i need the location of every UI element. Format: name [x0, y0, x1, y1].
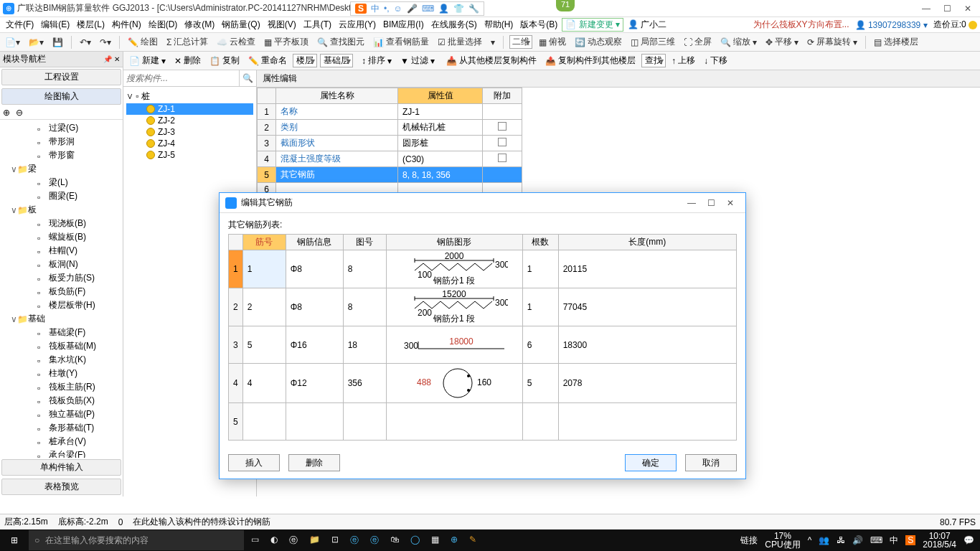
view-rebar-button[interactable]: 📊查看钢筋量 [371, 36, 431, 48]
tray-clock[interactable]: 10:072018/5/4 [923, 532, 956, 549]
menu-online[interactable]: 在线服务(S) [428, 19, 480, 31]
filter-button[interactable]: ▼过滤▾ [397, 55, 438, 67]
tree-node[interactable]: ▫承台梁(F) [0, 448, 123, 458]
close-button[interactable]: ✕ [964, 4, 971, 14]
user-label[interactable]: 👤 广小二 [625, 19, 669, 31]
section-preview[interactable]: 表格预览 [1, 479, 121, 495]
nav-tree[interactable]: ▫过梁(G)▫带形洞▫带形窗∨📁 梁▫梁(L)▫圈梁(E)∨📁 板▫现浇板(B)… [0, 120, 123, 458]
tree-node[interactable]: ▫独立基础(P) [0, 408, 123, 421]
tree-node[interactable]: ▫板受力筋(S) [0, 271, 123, 285]
dialog-close-button[interactable]: ✕ [721, 198, 740, 208]
taskbar-search[interactable]: ○ 在这里输入你要搜索的内容 [29, 530, 244, 550]
cancel-button[interactable]: 取消 [685, 454, 737, 471]
menu-edit[interactable]: 编辑(E) [38, 19, 72, 31]
select-floor-button[interactable]: ▤选择楼层 [872, 36, 920, 48]
app-icon-7[interactable]: ⊕ [451, 534, 458, 547]
draw-button[interactable]: ✏️绘图 [126, 36, 160, 48]
tree-node[interactable]: ▫圈梁(E) [0, 189, 123, 203]
tray-notif-icon[interactable]: 💬 [963, 535, 974, 545]
local3d-button[interactable]: ◫局部三维 [628, 36, 677, 48]
move-up-button[interactable]: ↑上移 [669, 55, 698, 67]
insert-button[interactable]: 插入 [228, 454, 280, 471]
topview-button[interactable]: ▦俯视 [537, 36, 568, 48]
pan-button[interactable]: ✥平移▾ [763, 36, 801, 48]
tree-node[interactable]: ▫带形窗 [0, 149, 123, 162]
rotate-button[interactable]: ⟳屏幕旋转▾ [805, 36, 859, 48]
minimize-button[interactable]: — [922, 4, 930, 14]
store-icon[interactable]: 🛍 [390, 534, 399, 547]
tree-node[interactable]: ▫板负筋(F) [0, 285, 123, 298]
menu-help[interactable]: 帮助(H) [481, 19, 517, 31]
section-project[interactable]: 工程设置 [1, 69, 121, 85]
property-table[interactable]: 属性名称属性值附加1名称ZJ-12类别机械钻孔桩3截面形状圆形桩4混凝土强度等级… [257, 88, 522, 197]
tray-vol-icon[interactable]: 🔊 [852, 535, 863, 545]
tree-node[interactable]: ▫桩承台(V) [0, 435, 123, 448]
tray-kb-icon[interactable]: ⌨ [870, 535, 882, 545]
copy-comp-button[interactable]: 📋复制 [207, 55, 242, 67]
section-draw[interactable]: 绘图输入 [1, 88, 121, 105]
menu-floor[interactable]: 楼层(L) [74, 19, 108, 31]
component-item[interactable]: ZJ-2 [126, 115, 253, 126]
phone-label[interactable]: 👤 13907298339 ▾ [855, 20, 928, 30]
floor-combo[interactable]: 楼层 [293, 54, 317, 67]
tree-node[interactable]: ∨📁 板 [0, 203, 123, 217]
dialog-min-button[interactable]: — [682, 198, 702, 208]
component-item[interactable]: ZJ-1 [126, 103, 253, 115]
menu-cloud[interactable]: 云应用(Y) [336, 19, 379, 31]
copy-to-button[interactable]: 📤复制构件到其他楼层 [542, 55, 639, 67]
view-mode-combo[interactable]: 二维 [509, 35, 532, 49]
tree-node[interactable]: ∨📁 基础 [0, 312, 123, 326]
component-item[interactable]: ZJ-4 [126, 138, 253, 149]
batch-select-button[interactable]: ☑批量选择 [435, 36, 484, 48]
tree-node[interactable]: ▫柱墩(Y) [0, 367, 123, 380]
sort-button[interactable]: ↕排序▾ [359, 55, 395, 67]
menu-view[interactable]: 视图(V) [265, 19, 299, 31]
save-icon[interactable]: 💾 [50, 37, 65, 47]
app-icon-5[interactable]: ◯ [410, 534, 420, 547]
menu-component[interactable]: 构件(N) [109, 19, 144, 31]
undo-icon[interactable]: ↶▾ [77, 37, 93, 47]
tree-node[interactable]: ▫筏板基础(M) [0, 339, 123, 353]
menu-rebar[interactable]: 钢筋量(Q) [219, 19, 263, 31]
menu-file[interactable]: 文件(F) [3, 19, 37, 31]
delete-comp-button[interactable]: ✕删除 [171, 55, 204, 67]
tree-node[interactable]: ▫板洞(N) [0, 258, 123, 271]
help-link[interactable]: 为什么筏板XY方向布置... [753, 19, 849, 31]
rebar-table[interactable]: 筋号钢筋信息图号钢筋图形根数长度(mm)11Φ882000100300钢筋分1 … [228, 234, 737, 441]
tree-node[interactable]: ▫集水坑(K) [0, 353, 123, 367]
ok-button[interactable]: 确定 [625, 454, 677, 471]
app-icon-1[interactable]: ◐ [270, 534, 278, 547]
orbit-button[interactable]: 🔄动态观察 [573, 36, 624, 48]
copy-from-button[interactable]: 📥从其他楼层复制构件 [443, 55, 540, 67]
edge-icon[interactable]: ⓔ [350, 534, 359, 547]
expand-icon[interactable]: ⊕ [3, 108, 13, 118]
tree-node[interactable]: ▫带形洞 [0, 135, 123, 149]
maximize-button[interactable]: ☐ [943, 4, 951, 14]
align-button[interactable]: ▦平齐板顶 [262, 36, 311, 48]
collapse-icon[interactable]: ⊖ [16, 108, 26, 118]
app-icon-3[interactable]: 📁 [309, 534, 320, 547]
tree-node[interactable]: ▫楼层板带(H) [0, 298, 123, 312]
tree-node[interactable]: ▫现浇板(B) [0, 217, 123, 230]
tray-link[interactable]: 链接 [740, 534, 758, 547]
component-tree[interactable]: ∨ ▫ 桩ZJ-1ZJ-2ZJ-3ZJ-4ZJ-5 [123, 87, 256, 164]
tree-node[interactable]: ▫筏板负筋(X) [0, 394, 123, 408]
fullscreen-button[interactable]: ⛶全屏 [682, 36, 714, 48]
zoom-button[interactable]: 🔍缩放▾ [718, 36, 759, 48]
basefloor-combo[interactable]: 基础层 [320, 54, 353, 67]
cloud-check-button[interactable]: ☁️云检查 [215, 36, 258, 48]
app-icon-2[interactable]: ⓔ [289, 534, 298, 547]
tree-node[interactable]: ▫过梁(G) [0, 121, 123, 135]
new-file-icon[interactable]: 📄▾ [3, 37, 22, 47]
ime-s-icon[interactable]: S [355, 4, 367, 14]
tray-up-icon[interactable]: ^ [808, 535, 812, 545]
find-button[interactable]: 🔍查找图元 [315, 36, 367, 48]
tree-node[interactable]: ▫螺旋板(B) [0, 230, 123, 244]
tree-node[interactable]: ▫条形基础(T) [0, 421, 123, 435]
component-item[interactable]: ZJ-5 [126, 149, 253, 161]
tree-node[interactable]: ▫梁(L) [0, 176, 123, 189]
section-single[interactable]: 单构件输入 [1, 459, 121, 476]
pin-icon[interactable]: 📌 ✕ [103, 55, 120, 63]
tree-node[interactable]: ▫基础梁(F) [0, 326, 123, 339]
tree-root[interactable]: ∨ ▫ 桩 [126, 90, 253, 103]
